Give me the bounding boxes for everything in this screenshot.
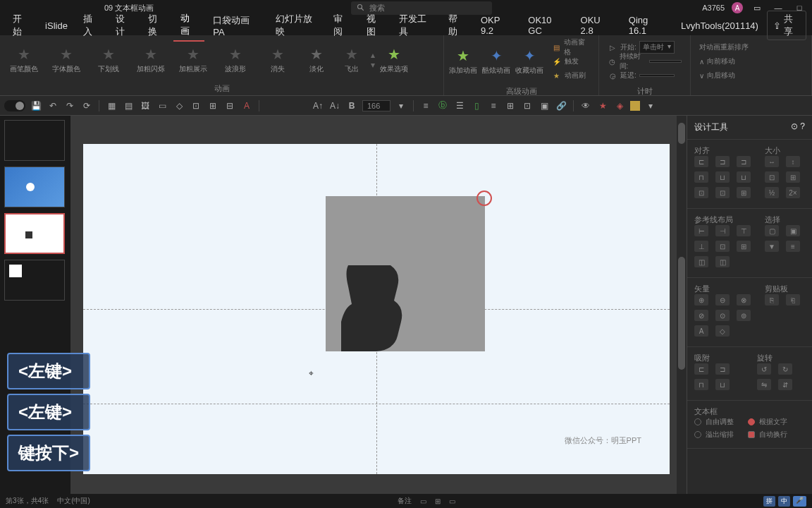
ribbon-display-icon[interactable]: ▭ — [750, 3, 764, 13]
rot-3[interactable]: ⇋ — [757, 379, 771, 390]
numbered-list-icon[interactable]: ☰ — [453, 99, 466, 112]
rot-4[interactable]: ⇵ — [778, 379, 792, 390]
size-double[interactable]: 2× — [786, 187, 800, 198]
vertical-scrollbar[interactable] — [677, 116, 687, 508]
dist-v[interactable]: ⊡ — [715, 187, 730, 198]
vec-1[interactable]: ⊕ — [694, 294, 708, 306]
guide-4[interactable]: ⊥ — [694, 241, 708, 252]
language-indicator[interactable]: 中文(中国) — [57, 496, 90, 506]
align-bottom[interactable]: ⊔ — [737, 171, 751, 183]
anim-disappear[interactable]: ★消失 — [258, 38, 297, 82]
view-reading-icon[interactable]: ▭ — [449, 497, 455, 505]
shape-icon[interactable]: ◇ — [173, 99, 185, 112]
lang-badge[interactable]: 中 — [778, 496, 790, 507]
clip-paste[interactable]: ⎗ — [786, 294, 800, 306]
animation-pane-button[interactable]: ▤动画窗格 — [552, 41, 590, 54]
delay-input[interactable] — [639, 74, 675, 77]
vec-4[interactable]: ⊘ — [694, 310, 708, 321]
sel-1[interactable]: ▢ — [765, 225, 779, 236]
line-spacing-icon[interactable]: ≡ — [419, 99, 432, 112]
bold-icon[interactable]: B — [345, 99, 358, 112]
anim-underline[interactable]: ★下划线 — [89, 38, 128, 82]
font-color-icon[interactable]: A — [240, 99, 253, 112]
animated-shape[interactable] — [341, 265, 405, 351]
collect-animation[interactable]: ✦收藏动画 — [515, 38, 545, 85]
rot-1[interactable]: ↺ — [757, 363, 771, 375]
align-right[interactable]: ⊐ — [737, 156, 751, 167]
sel-2[interactable]: ▣ — [786, 225, 800, 236]
view-normal-icon[interactable]: ▭ — [420, 497, 426, 505]
textbox-icon[interactable]: ▭ — [156, 99, 168, 112]
decrease-font-icon[interactable]: A↓ — [328, 99, 341, 112]
dist-h[interactable]: ⊡ — [694, 187, 708, 198]
vec-2[interactable]: ⊖ — [715, 294, 730, 306]
more-icon[interactable]: ▾ — [644, 99, 657, 112]
bring-front-icon[interactable]: ▣ — [538, 99, 550, 112]
menu-lvyh[interactable]: LvyhTools(201114) — [674, 18, 765, 34]
duration-input[interactable] — [649, 60, 682, 63]
vec-8[interactable]: ◇ — [715, 325, 730, 337]
clip-copy[interactable]: ⎘ — [765, 294, 779, 306]
snap-4[interactable]: ⊔ — [715, 379, 730, 390]
guide-5[interactable]: ⊡ — [715, 241, 730, 252]
anim-wave[interactable]: ★波浪形 — [216, 38, 255, 82]
sel-3[interactable]: ▼ — [765, 241, 779, 252]
guide-8[interactable]: ◫ — [715, 256, 730, 267]
size-fit[interactable]: ⊞ — [786, 171, 800, 183]
circle-b-icon[interactable]: ⓑ — [436, 99, 449, 112]
move-later-button[interactable]: ∨向后移动 — [699, 69, 803, 82]
anim-flyout[interactable]: ★飞出 — [336, 38, 368, 82]
size-half[interactable]: ½ — [765, 187, 779, 198]
check-auto-wrap[interactable]: 自动换行 — [748, 430, 787, 440]
align-icon[interactable]: ▯ — [470, 99, 483, 112]
animation-painter-button[interactable]: ★动画刷 — [552, 69, 590, 82]
anim-font-color[interactable]: ★字体颜色 — [47, 38, 86, 82]
text-frame[interactable] — [326, 196, 485, 351]
size-w[interactable]: ↔ — [765, 156, 779, 167]
trigger-button[interactable]: ⚡触发 — [552, 55, 590, 68]
font-size-input[interactable]: 166 — [362, 100, 390, 111]
snap-1[interactable]: ⊏ — [694, 363, 708, 375]
group-icon[interactable]: ⊞ — [207, 99, 219, 112]
cool-animation[interactable]: ✦酷炫动画 — [481, 38, 512, 85]
slide-thumb-2[interactable] — [4, 167, 65, 207]
slide-thumb-3[interactable] — [4, 213, 65, 254]
slide-canvas[interactable]: 微信公众号：明玉PPT ⌖ — [70, 116, 687, 508]
copy-format-icon[interactable]: ▦ — [105, 99, 118, 112]
slide-content[interactable]: 微信公众号：明玉PPT — [83, 144, 670, 474]
anim-fade[interactable]: ★淡化 — [300, 38, 333, 82]
autosave-toggle[interactable] — [4, 100, 25, 111]
slide-thumb-1[interactable] — [4, 120, 65, 161]
guide-7[interactable]: ◫ — [694, 256, 708, 267]
panel-settings-icon[interactable]: ⊙ ? — [791, 121, 805, 133]
vec-6[interactable]: ⊚ — [737, 310, 751, 321]
ime-badge[interactable]: 拼 — [763, 496, 775, 507]
notes-button[interactable]: 备注 — [398, 496, 412, 506]
eye-icon[interactable]: 👁 — [579, 99, 592, 112]
guide-3[interactable]: ⊤ — [737, 225, 751, 236]
ungroup-icon[interactable]: ⊟ — [223, 99, 236, 112]
redo-icon[interactable]: ↷ — [63, 99, 76, 112]
user-avatar[interactable]: A — [732, 2, 743, 13]
add-animation[interactable]: ★添加动画 — [448, 38, 479, 85]
crop-icon[interactable]: ⊡ — [190, 99, 202, 112]
paste-icon[interactable]: ▤ — [122, 99, 135, 112]
guide-1[interactable]: ⊢ — [694, 225, 708, 236]
align-left[interactable]: ⊏ — [694, 156, 708, 167]
refresh-icon[interactable]: ⟳ — [80, 99, 93, 112]
size-h[interactable]: ↕ — [786, 156, 800, 167]
guide-2[interactable]: ⊣ — [715, 225, 730, 236]
link-icon[interactable]: 🔗 — [555, 99, 567, 112]
bookmark-icon[interactable]: ◈ — [613, 99, 626, 112]
radio-fit-text[interactable]: 根据文字 — [748, 417, 787, 427]
increase-font-icon[interactable]: A↑ — [312, 99, 324, 112]
view-sorter-icon[interactable]: ⊞ — [435, 497, 441, 505]
vec-5[interactable]: ⊙ — [715, 310, 730, 321]
move-earlier-button[interactable]: ∧向前移动 — [699, 55, 803, 68]
arrange-icon[interactable]: ⊡ — [521, 99, 534, 112]
menu-islide[interactable]: iSlide — [38, 18, 75, 34]
image-icon[interactable]: 🖼 — [139, 99, 152, 112]
vec-3[interactable]: ⊗ — [737, 294, 751, 306]
size-eq[interactable]: ⊡ — [765, 171, 779, 183]
save-icon[interactable]: 💾 — [30, 99, 42, 112]
